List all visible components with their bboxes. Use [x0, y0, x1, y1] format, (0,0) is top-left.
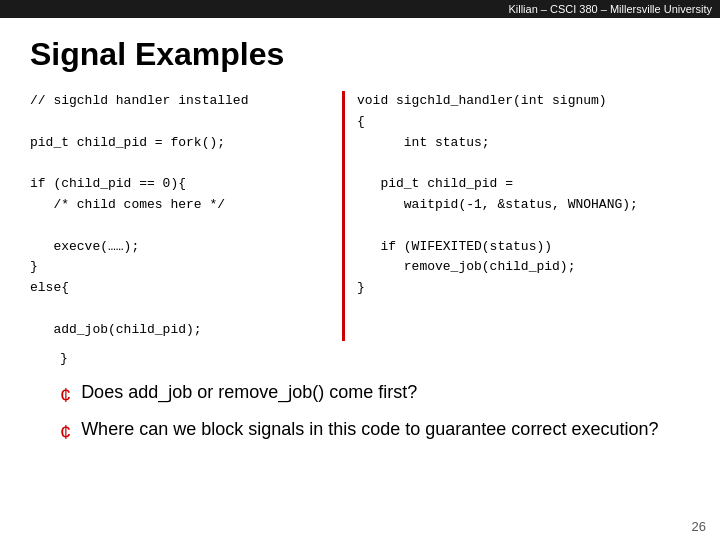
slide-title: Signal Examples — [30, 36, 690, 73]
divider — [342, 91, 345, 341]
header-text: Killian – CSCI 380 – Millersville Univer… — [508, 3, 712, 15]
bullet-icon-1: ¢ — [60, 418, 71, 446]
bullet-text-0: Does add_job or remove_job() come first? — [81, 380, 417, 405]
main-content: Signal Examples // sigchld handler insta… — [0, 18, 720, 464]
bullet-text-1: Where can we block signals in this code … — [81, 417, 658, 442]
bullet-item-0: ¢Does add_job or remove_job() come first… — [60, 380, 690, 409]
right-code: void sigchld_handler(int signum) { int s… — [357, 91, 690, 341]
left-code: // sigchld handler installed pid_t child… — [30, 91, 330, 299]
closing-brace: } — [30, 351, 690, 366]
header-bar: Killian – CSCI 380 – Millersville Univer… — [0, 0, 720, 18]
page-number: 26 — [692, 519, 706, 534]
left-code-last: add_job(child_pid); — [30, 299, 330, 341]
bullet-icon-0: ¢ — [60, 381, 71, 409]
left-code-wrapper: // sigchld handler installed pid_t child… — [30, 91, 330, 341]
bullets-list: ¢Does add_job or remove_job() come first… — [30, 380, 690, 446]
bullet-item-1: ¢Where can we block signals in this code… — [60, 417, 690, 446]
code-area: // sigchld handler installed pid_t child… — [30, 91, 690, 341]
